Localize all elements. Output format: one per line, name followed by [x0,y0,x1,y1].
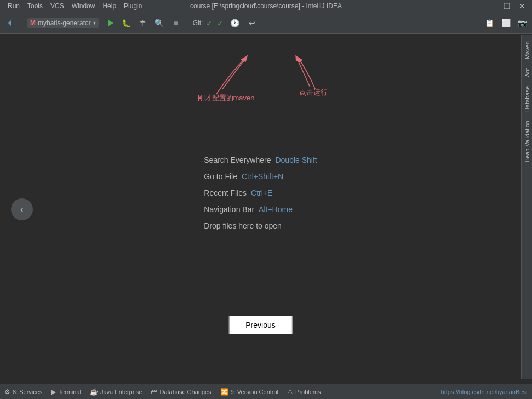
menu-plugin[interactable]: Plugin [121,1,145,11]
toolbar: M mybatis-generator ▾ 🐛 ☂ 🔍 ■ Git: ✓ ✓ 🕐… [0,12,532,34]
shortcut-label-navbar: Navigation Bar [204,205,254,214]
git-label: Git: [193,19,203,27]
menu-tools[interactable]: Tools [24,1,46,11]
sidebar-tab-bean[interactable]: Bean Validation [523,116,531,167]
editor-center: 刚才配置的maven 点击运行 ‹ Search Everywhere Doub… [0,35,521,384]
status-problems[interactable]: ⚠ Problems [287,388,321,396]
status-url[interactable]: https://blog.csdn.net/liyananBest [441,389,528,395]
run-config-name: mybatis-generator [38,19,91,27]
run-config-dropdown[interactable]: M mybatis-generator ▾ [27,18,99,28]
previous-button[interactable]: Previous [228,316,292,334]
previous-nav-arrow[interactable]: ‹ [11,198,33,220]
coverage-button[interactable]: ☂ [135,15,151,31]
status-services[interactable]: ⚙ 8: Services [4,388,42,396]
separator-2 [187,18,187,29]
svg-line-2 [296,56,310,87]
sidebar-tab-ant[interactable]: Ant [523,64,531,82]
menu-vcs[interactable]: VCS [47,1,67,11]
shortcut-row-goto: Go to File Ctrl+Shift+N [204,172,317,181]
shortcut-label-search: Search Everywhere [204,156,271,164]
status-bar: ⚙ 8: Services ▶ Terminal ☕ Java Enterpri… [0,384,532,399]
shortcut-key-recent: Ctrl+E [251,189,272,197]
toolbar-right: 📋 ⬜ 📷 [482,15,530,31]
terminal-icon: ▶ [51,388,56,396]
right-sidebar: Maven Ant Database Bean Validation [521,35,532,379]
status-problems-label: Problems [295,389,321,395]
title-bar: Run Tools VCS Window Help Plugin course … [0,0,532,12]
shortcut-row-recent: Recent Files Ctrl+E [204,189,317,197]
sidebar-tab-database[interactable]: Database [523,82,531,116]
git-check-button[interactable]: ✓ [205,18,214,29]
sidebar-tab-maven[interactable]: Maven [523,37,531,64]
window-controls: — ❐ ✕ [486,2,528,10]
menu-bar: Run Tools VCS Window Help Plugin [4,1,145,11]
shortcut-key-navbar: Alt+Home [259,205,293,214]
shortcut-label-drop: Drop files here to open [204,221,282,230]
svg-text:刚才配置的maven: 刚才配置的maven [198,94,255,102]
run-button[interactable] [102,15,118,31]
screenshot-button[interactable]: ⬜ [498,15,513,31]
shortcut-label-recent: Recent Files [204,189,247,197]
stop-button[interactable]: ■ [168,15,184,31]
svg-line-1 [222,56,247,89]
git-tick-button[interactable]: ✓ [216,18,225,29]
svg-text:点击运行: 点击运行 [299,88,328,96]
status-version-control[interactable]: 🔀 9: Version Control [220,388,278,396]
git-history-button[interactable]: 🕐 [227,15,242,31]
menu-help[interactable]: Help [99,1,119,11]
separator-1 [21,18,21,29]
status-database-changes[interactable]: 🗃 Database Changes [151,388,211,396]
shortcut-key-goto: Ctrl+Shift+N [242,172,283,181]
dropdown-arrow-icon: ▾ [93,20,96,26]
git-section: Git: ✓ ✓ 🕐 ↩ [193,15,260,31]
minimize-button[interactable]: — [486,2,497,10]
window-title: course [E:\springcloud\course\course] - … [190,2,342,10]
svg-marker-0 [108,20,113,26]
version-control-icon: 🔀 [220,388,228,396]
menu-window[interactable]: Window [68,1,99,11]
debug-button[interactable]: 🐛 [119,15,134,31]
status-database-changes-label: Database Changes [159,389,211,395]
status-services-label: 8: Services [13,389,42,395]
shortcut-label-goto: Go to File [204,172,237,181]
status-terminal[interactable]: ▶ Terminal [51,388,81,396]
services-icon: ⚙ [4,388,10,396]
back-button[interactable] [2,15,18,31]
shortcut-key-search: Double Shift [275,156,317,164]
status-version-control-label: 9: Version Control [231,389,278,395]
profile-button[interactable]: 🔍 [152,15,167,31]
git-revert-button[interactable]: ↩ [244,15,260,31]
status-java[interactable]: ☕ Java Enterprise [90,388,142,396]
shortcut-row-navbar: Navigation Bar Alt+Home [204,205,317,214]
annotation-svg: 刚才配置的maven 点击运行 [0,35,521,155]
menu-run[interactable]: Run [4,1,23,11]
database-changes-icon: 🗃 [151,388,157,396]
shortcuts-list: Search Everywhere Double Shift Go to Fil… [204,156,317,230]
close-button[interactable]: ✕ [517,2,528,10]
shortcut-row-search: Search Everywhere Double Shift [204,156,317,164]
java-icon: ☕ [90,388,98,396]
camera-button[interactable]: 📷 [514,15,530,31]
main-content: 刚才配置的maven 点击运行 ‹ Search Everywhere Doub… [0,35,521,384]
status-java-label: Java Enterprise [100,389,142,395]
maven-icon: M [30,19,36,27]
build-button[interactable]: 📋 [482,15,497,31]
problems-icon: ⚠ [287,388,293,396]
maximize-button[interactable]: ❐ [501,2,512,10]
status-terminal-label: Terminal [58,389,81,395]
shortcut-row-drop: Drop files here to open [204,221,317,230]
